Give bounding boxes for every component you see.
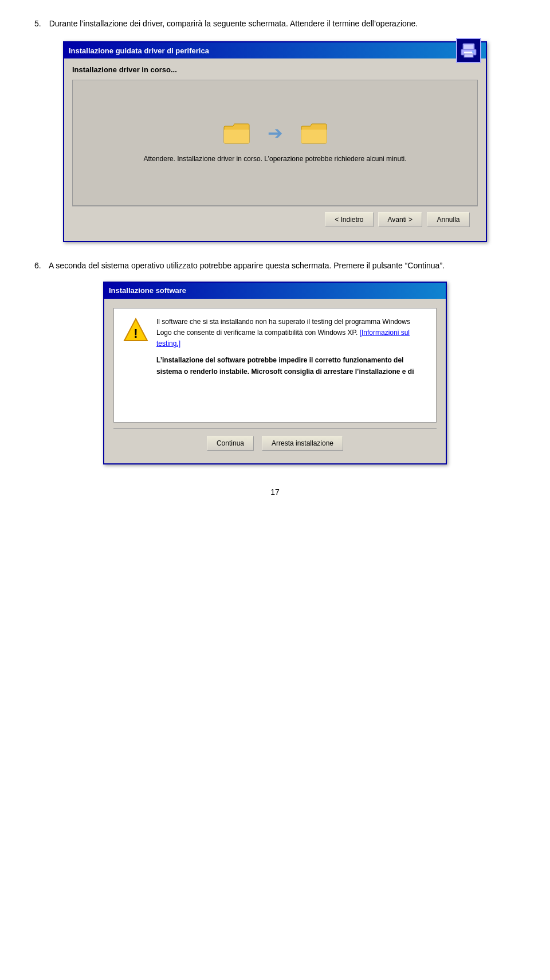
printer-icon [456,38,481,63]
back-button[interactable]: < Indietro [325,212,373,227]
svg-text:!: ! [133,326,138,341]
step6-text: 6. A seconda del sistema operativo utili… [34,259,516,272]
software-dialog-footer: Continua Arresta installazione [113,428,437,459]
install-header-text: Installazione driver in corso... [72,65,478,74]
cancel-button[interactable]: Annulla [427,212,470,227]
bold-warning-text: L’installazione del software potrebbe im… [156,355,427,377]
install-dialog-titlebar: Installazione guidata driver di periferi… [64,42,486,58]
transfer-arrow-icon: ➔ [268,122,283,144]
svg-rect-5 [464,54,473,57]
install-body-text: Attendere. Installazione driver in corso… [144,154,407,164]
software-warning-text: Il software che si sta installando non h… [156,317,427,414]
install-dialog-title: Installazione guidata driver di periferi… [69,46,209,55]
warning-paragraph1: Il software che si sta installando non h… [156,317,427,350]
svg-rect-3 [464,52,473,54]
install-content-area: ➔ Attendere. Installazione driver in cor… [72,80,478,206]
continue-button[interactable]: Continua [207,436,254,451]
source-folder-icon [223,122,250,145]
software-install-dialog: Installazione software ! Il software che… [103,282,447,464]
step5-text: 5. Durante l’installazione dei driver, c… [34,17,516,30]
install-dialog-body: Installazione driver in corso... ➔ [64,58,486,241]
software-dialog-titlebar: Installazione software [104,283,446,299]
install-title-label: Installazione guidata driver di periferi… [69,46,209,55]
install-icons-row: ➔ [223,122,328,145]
warning-icon: ! [123,318,148,343]
install-dialog-footer: < Indietro Avanti > Annulla [72,206,478,233]
software-dialog-title: Installazione software [109,286,186,295]
svg-rect-4 [472,50,474,53]
dest-folder-icon [300,122,328,145]
software-content-area: ! Il software che si sta installando non… [113,308,437,423]
software-dialog-body: ! Il software che si sta installando non… [104,299,446,463]
stop-install-button[interactable]: Arresta installazione [262,436,343,451]
install-dialog: Installazione guidata driver di periferi… [63,41,487,242]
next-button[interactable]: Avanti > [378,212,422,227]
page-number: 17 [34,487,516,497]
